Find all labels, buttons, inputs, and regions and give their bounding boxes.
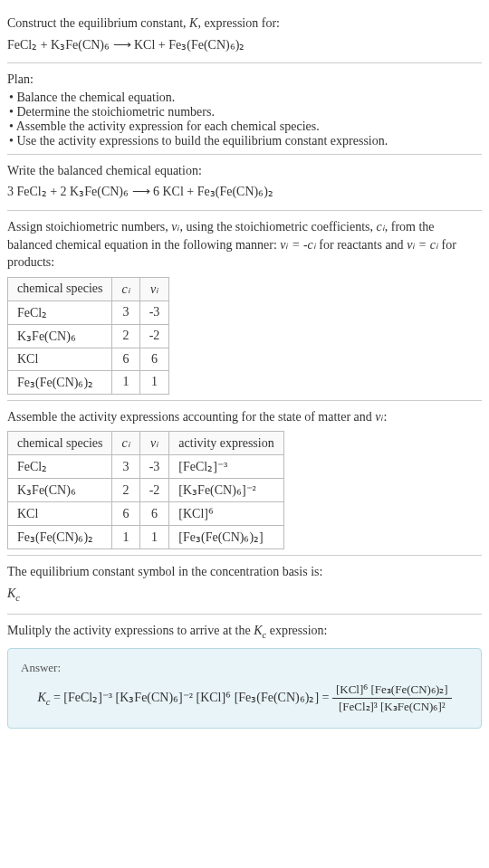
stoich-desc-a: Assign stoichiometric numbers, <box>7 220 171 234</box>
cell-nu: -3 <box>139 300 169 324</box>
cell-activity: [K₃Fe(CN)₆]⁻² <box>169 479 283 502</box>
cell-species: K₃Fe(CN)₆ <box>8 324 112 348</box>
relation-products: νᵢ = cᵢ <box>407 238 438 252</box>
cell-nu: -2 <box>139 479 169 502</box>
equilibrium-constant-symbol: K <box>189 16 197 30</box>
col-c: cᵢ <box>112 432 139 455</box>
multiply-title-a: Mulitply the activity expressions to arr… <box>7 624 254 637</box>
col-species: chemical species <box>8 277 112 300</box>
activity-section: Assemble the activity expressions accoun… <box>7 401 482 557</box>
stoich-desc: Assign stoichiometric numbers, νᵢ, using… <box>7 218 482 272</box>
col-c: cᵢ <box>112 277 139 300</box>
cell-activity: [FeCl₂]⁻³ <box>169 455 283 479</box>
cell-c: 3 <box>112 300 139 324</box>
multiply-section: Mulitply the activity expressions to arr… <box>7 615 482 734</box>
cell-c: 1 <box>112 526 139 549</box>
table-header-row: chemical species cᵢ νᵢ <box>8 277 169 300</box>
cell-species: KCl <box>8 502 112 526</box>
cell-nu: -3 <box>139 455 169 479</box>
answer-label: Answer: <box>21 660 468 676</box>
cell-species: K₃Fe(CN)₆ <box>8 479 112 502</box>
activity-title-b: : <box>384 410 388 424</box>
cell-species: Fe₃(Fe(CN)₆)₂ <box>8 526 112 549</box>
table-row: KCl 6 6 <box>8 348 169 370</box>
cell-species: FeCl₂ <box>8 455 112 479</box>
kc-letter: K <box>7 587 15 600</box>
relation-reactants: νᵢ = -cᵢ <box>280 238 316 252</box>
table-row: K₃Fe(CN)₆ 2 -2 <box>8 324 169 348</box>
cell-c: 1 <box>112 370 139 394</box>
cell-c: 6 <box>112 348 139 370</box>
cell-nu: 1 <box>139 370 169 394</box>
intro-text-b: , expression for: <box>197 16 280 30</box>
kc-letter: K <box>37 691 45 704</box>
stoich-desc-d: for reactants and <box>316 238 407 252</box>
table-row: FeCl₂ 3 -3 [FeCl₂]⁻³ <box>8 455 284 479</box>
symbol-title: The equilibrium constant symbol in the c… <box>7 563 482 581</box>
kc-symbol: Kc <box>7 585 482 605</box>
cell-nu: 1 <box>139 526 169 549</box>
table-row: Fe₃(Fe(CN)₆)₂ 1 1 [Fe₃(Fe(CN)₆)₂] <box>8 526 284 549</box>
col-nu: νᵢ <box>139 432 169 455</box>
activity-title-a: Assemble the activity expressions accoun… <box>7 410 375 424</box>
cell-nu: 6 <box>139 502 169 526</box>
plan-item: Use the activity expressions to build th… <box>9 134 482 148</box>
cell-activity: [Fe₃(Fe(CN)₆)₂] <box>169 526 283 549</box>
balanced-title: Write the balanced chemical equation: <box>7 162 482 180</box>
intro-text-a: Construct the equilibrium constant, <box>7 16 189 30</box>
table-row: KCl 6 6 [KCl]⁶ <box>8 502 284 526</box>
plan-list: Balance the chemical equation. Determine… <box>7 91 482 148</box>
multiply-title-b: expression: <box>266 624 327 637</box>
cell-activity: [KCl]⁶ <box>169 502 283 526</box>
plan-section: Plan: Balance the chemical equation. Det… <box>7 63 482 155</box>
intro-text: Construct the equilibrium constant, K, e… <box>7 14 482 33</box>
fraction-numerator: [KCl]⁶ [Fe₃(Fe(CN)₆)₂] <box>332 682 452 699</box>
plan-title: Plan: <box>7 71 482 89</box>
col-nu: νᵢ <box>139 277 169 300</box>
intro-section: Construct the equilibrium constant, K, e… <box>7 7 482 63</box>
col-species: chemical species <box>8 432 112 455</box>
cell-c: 2 <box>112 324 139 348</box>
answer-fraction: [KCl]⁶ [Fe₃(Fe(CN)₆)₂][FeCl₂]³ [K₃Fe(CN)… <box>332 682 452 715</box>
stoich-desc-b: , using the stoichiometric coefficients, <box>179 220 376 234</box>
cell-species: KCl <box>8 348 112 370</box>
activity-table: chemical species cᵢ νᵢ activity expressi… <box>7 431 284 549</box>
table-row: Fe₃(Fe(CN)₆)₂ 1 1 <box>8 370 169 394</box>
kc-letter: K <box>254 624 262 637</box>
nu-symbol: νᵢ <box>375 410 383 424</box>
symbol-section: The equilibrium constant symbol in the c… <box>7 556 482 615</box>
answer-box: Answer: Kc = [FeCl₂]⁻³ [K₃Fe(CN)₆]⁻² [KC… <box>7 648 482 730</box>
c-symbol: cᵢ <box>377 220 385 234</box>
cell-nu: 6 <box>139 348 169 370</box>
stoich-table: chemical species cᵢ νᵢ FeCl₂ 3 -3 K₃Fe(C… <box>7 277 169 395</box>
table-row: K₃Fe(CN)₆ 2 -2 [K₃Fe(CN)₆]⁻² <box>8 479 284 502</box>
activity-title: Assemble the activity expressions accoun… <box>7 408 482 426</box>
plan-item: Determine the stoichiometric numbers. <box>9 105 482 119</box>
unbalanced-equation: FeCl₂ + K₃Fe(CN)₆ ⟶ KCl + Fe₃(Fe(CN)₆)₂ <box>7 36 482 54</box>
cell-c: 3 <box>112 455 139 479</box>
table-row: FeCl₂ 3 -3 <box>8 300 169 324</box>
fraction-denominator: [FeCl₂]³ [K₃Fe(CN)₆]² <box>332 699 452 715</box>
cell-c: 2 <box>112 479 139 502</box>
cell-species: Fe₃(Fe(CN)₆)₂ <box>8 370 112 394</box>
plan-item: Assemble the activity expression for eac… <box>9 119 482 134</box>
cell-species: FeCl₂ <box>8 300 112 324</box>
balanced-equation: 3 FeCl₂ + 2 K₃Fe(CN)₆ ⟶ 6 KCl + Fe₃(Fe(C… <box>7 183 482 201</box>
table-header-row: chemical species cᵢ νᵢ activity expressi… <box>8 432 284 455</box>
cell-c: 6 <box>112 502 139 526</box>
stoich-section: Assign stoichiometric numbers, νᵢ, using… <box>7 211 482 401</box>
balanced-section: Write the balanced chemical equation: 3 … <box>7 155 482 211</box>
col-activity: activity expression <box>169 432 283 455</box>
kc-subscript: c <box>15 593 20 603</box>
cell-nu: -2 <box>139 324 169 348</box>
answer-equation: Kc = [FeCl₂]⁻³ [K₃Fe(CN)₆]⁻² [KCl]⁶ [Fe₃… <box>21 682 468 715</box>
answer-lhs: = [FeCl₂]⁻³ [K₃Fe(CN)₆]⁻² [KCl]⁶ [Fe₃(Fe… <box>50 691 332 704</box>
plan-item: Balance the chemical equation. <box>9 91 482 105</box>
multiply-title: Mulitply the activity expressions to arr… <box>7 622 482 642</box>
